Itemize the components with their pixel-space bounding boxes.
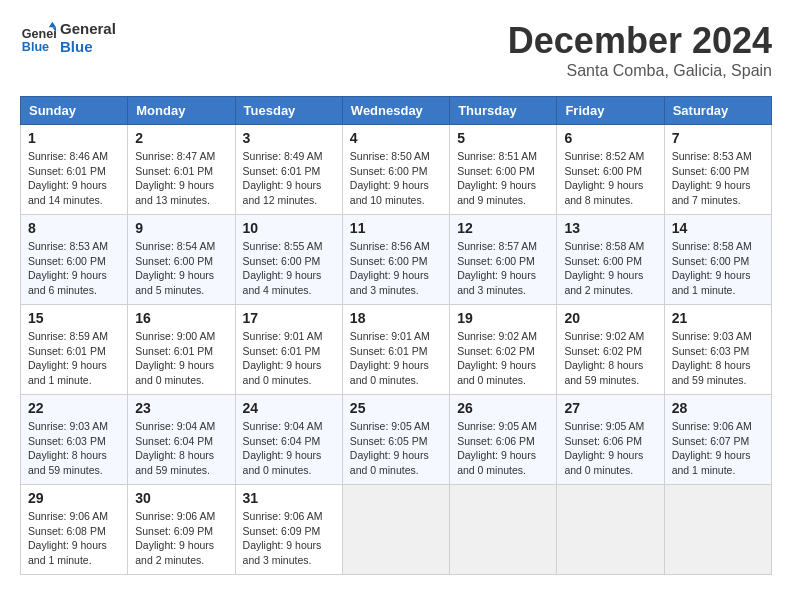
day-number: 26 xyxy=(457,400,549,416)
logo-line2: Blue xyxy=(60,38,116,56)
day-number: 12 xyxy=(457,220,549,236)
sunset-label: Sunset: 6:03 PM xyxy=(28,435,106,447)
day-number: 15 xyxy=(28,310,120,326)
day-info: Sunrise: 8:47 AM Sunset: 6:01 PM Dayligh… xyxy=(135,149,227,208)
sunset-label: Sunset: 6:00 PM xyxy=(350,165,428,177)
logo-line1: General xyxy=(60,20,116,38)
day-cell-18: 18 Sunrise: 9:01 AM Sunset: 6:01 PM Dayl… xyxy=(342,305,449,395)
day-cell-28: 28 Sunrise: 9:06 AM Sunset: 6:07 PM Dayl… xyxy=(664,395,771,485)
daylight-label: Daylight: 9 hours and 0 minutes. xyxy=(135,359,214,386)
sunset-label: Sunset: 6:09 PM xyxy=(135,525,213,537)
sunrise-label: Sunrise: 9:05 AM xyxy=(564,420,644,432)
day-number: 28 xyxy=(672,400,764,416)
day-number: 6 xyxy=(564,130,656,146)
day-info: Sunrise: 9:06 AM Sunset: 6:09 PM Dayligh… xyxy=(135,509,227,568)
logo: General Blue General Blue xyxy=(20,20,116,56)
day-info: Sunrise: 9:02 AM Sunset: 6:02 PM Dayligh… xyxy=(457,329,549,388)
day-info: Sunrise: 8:59 AM Sunset: 6:01 PM Dayligh… xyxy=(28,329,120,388)
sunset-label: Sunset: 6:00 PM xyxy=(672,165,750,177)
daylight-label: Daylight: 8 hours and 59 minutes. xyxy=(135,449,214,476)
sunrise-label: Sunrise: 8:56 AM xyxy=(350,240,430,252)
daylight-label: Daylight: 8 hours and 59 minutes. xyxy=(564,359,643,386)
sunset-label: Sunset: 6:01 PM xyxy=(243,345,321,357)
daylight-label: Daylight: 9 hours and 3 minutes. xyxy=(243,539,322,566)
sunrise-label: Sunrise: 9:00 AM xyxy=(135,330,215,342)
daylight-label: Daylight: 9 hours and 0 minutes. xyxy=(457,449,536,476)
day-number: 10 xyxy=(243,220,335,236)
empty-cell xyxy=(342,485,449,575)
sunset-label: Sunset: 6:00 PM xyxy=(457,165,535,177)
day-cell-23: 23 Sunrise: 9:04 AM Sunset: 6:04 PM Dayl… xyxy=(128,395,235,485)
day-number: 11 xyxy=(350,220,442,236)
daylight-label: Daylight: 9 hours and 9 minutes. xyxy=(457,179,536,206)
weekday-header-row: SundayMondayTuesdayWednesdayThursdayFrid… xyxy=(21,97,772,125)
day-number: 24 xyxy=(243,400,335,416)
weekday-header-sunday: Sunday xyxy=(21,97,128,125)
day-number: 2 xyxy=(135,130,227,146)
sunrise-label: Sunrise: 9:04 AM xyxy=(135,420,215,432)
sunrise-label: Sunrise: 9:06 AM xyxy=(135,510,215,522)
daylight-label: Daylight: 9 hours and 0 minutes. xyxy=(350,449,429,476)
day-cell-31: 31 Sunrise: 9:06 AM Sunset: 6:09 PM Dayl… xyxy=(235,485,342,575)
sunrise-label: Sunrise: 8:54 AM xyxy=(135,240,215,252)
day-number: 16 xyxy=(135,310,227,326)
sunrise-label: Sunrise: 8:58 AM xyxy=(672,240,752,252)
sunset-label: Sunset: 6:01 PM xyxy=(350,345,428,357)
day-number: 19 xyxy=(457,310,549,326)
sunset-label: Sunset: 6:01 PM xyxy=(135,345,213,357)
sunset-label: Sunset: 6:00 PM xyxy=(457,255,535,267)
daylight-label: Daylight: 9 hours and 14 minutes. xyxy=(28,179,107,206)
sunset-label: Sunset: 6:01 PM xyxy=(135,165,213,177)
sunrise-label: Sunrise: 9:06 AM xyxy=(672,420,752,432)
sunrise-label: Sunrise: 9:03 AM xyxy=(28,420,108,432)
sunset-label: Sunset: 6:06 PM xyxy=(564,435,642,447)
day-cell-14: 14 Sunrise: 8:58 AM Sunset: 6:00 PM Dayl… xyxy=(664,215,771,305)
day-number: 22 xyxy=(28,400,120,416)
daylight-label: Daylight: 9 hours and 6 minutes. xyxy=(28,269,107,296)
day-number: 9 xyxy=(135,220,227,236)
svg-marker-2 xyxy=(49,22,56,27)
day-number: 18 xyxy=(350,310,442,326)
daylight-label: Daylight: 9 hours and 8 minutes. xyxy=(564,179,643,206)
day-number: 30 xyxy=(135,490,227,506)
day-cell-27: 27 Sunrise: 9:05 AM Sunset: 6:06 PM Dayl… xyxy=(557,395,664,485)
day-number: 3 xyxy=(243,130,335,146)
day-cell-15: 15 Sunrise: 8:59 AM Sunset: 6:01 PM Dayl… xyxy=(21,305,128,395)
day-info: Sunrise: 8:57 AM Sunset: 6:00 PM Dayligh… xyxy=(457,239,549,298)
day-cell-17: 17 Sunrise: 9:01 AM Sunset: 6:01 PM Dayl… xyxy=(235,305,342,395)
daylight-label: Daylight: 9 hours and 3 minutes. xyxy=(457,269,536,296)
day-info: Sunrise: 9:05 AM Sunset: 6:06 PM Dayligh… xyxy=(457,419,549,478)
month-title: December 2024 xyxy=(508,20,772,62)
sunrise-label: Sunrise: 9:05 AM xyxy=(350,420,430,432)
sunrise-label: Sunrise: 9:06 AM xyxy=(28,510,108,522)
day-number: 29 xyxy=(28,490,120,506)
day-cell-29: 29 Sunrise: 9:06 AM Sunset: 6:08 PM Dayl… xyxy=(21,485,128,575)
day-cell-25: 25 Sunrise: 9:05 AM Sunset: 6:05 PM Dayl… xyxy=(342,395,449,485)
day-info: Sunrise: 9:05 AM Sunset: 6:05 PM Dayligh… xyxy=(350,419,442,478)
empty-cell xyxy=(557,485,664,575)
day-info: Sunrise: 9:05 AM Sunset: 6:06 PM Dayligh… xyxy=(564,419,656,478)
day-cell-19: 19 Sunrise: 9:02 AM Sunset: 6:02 PM Dayl… xyxy=(450,305,557,395)
calendar-table: SundayMondayTuesdayWednesdayThursdayFrid… xyxy=(20,96,772,575)
sunset-label: Sunset: 6:02 PM xyxy=(457,345,535,357)
day-cell-12: 12 Sunrise: 8:57 AM Sunset: 6:00 PM Dayl… xyxy=(450,215,557,305)
day-cell-2: 2 Sunrise: 8:47 AM Sunset: 6:01 PM Dayli… xyxy=(128,125,235,215)
sunrise-label: Sunrise: 8:53 AM xyxy=(28,240,108,252)
day-info: Sunrise: 9:01 AM Sunset: 6:01 PM Dayligh… xyxy=(243,329,335,388)
daylight-label: Daylight: 9 hours and 1 minute. xyxy=(672,269,751,296)
day-cell-16: 16 Sunrise: 9:00 AM Sunset: 6:01 PM Dayl… xyxy=(128,305,235,395)
day-info: Sunrise: 9:03 AM Sunset: 6:03 PM Dayligh… xyxy=(28,419,120,478)
sunrise-label: Sunrise: 9:04 AM xyxy=(243,420,323,432)
sunset-label: Sunset: 6:00 PM xyxy=(135,255,213,267)
day-info: Sunrise: 9:04 AM Sunset: 6:04 PM Dayligh… xyxy=(243,419,335,478)
sunset-label: Sunset: 6:05 PM xyxy=(350,435,428,447)
day-info: Sunrise: 9:00 AM Sunset: 6:01 PM Dayligh… xyxy=(135,329,227,388)
sunrise-label: Sunrise: 8:47 AM xyxy=(135,150,215,162)
day-info: Sunrise: 9:03 AM Sunset: 6:03 PM Dayligh… xyxy=(672,329,764,388)
calendar-body: 1 Sunrise: 8:46 AM Sunset: 6:01 PM Dayli… xyxy=(21,125,772,575)
day-info: Sunrise: 8:55 AM Sunset: 6:00 PM Dayligh… xyxy=(243,239,335,298)
weekday-header-friday: Friday xyxy=(557,97,664,125)
sunrise-label: Sunrise: 8:50 AM xyxy=(350,150,430,162)
day-number: 13 xyxy=(564,220,656,236)
sunset-label: Sunset: 6:01 PM xyxy=(28,345,106,357)
